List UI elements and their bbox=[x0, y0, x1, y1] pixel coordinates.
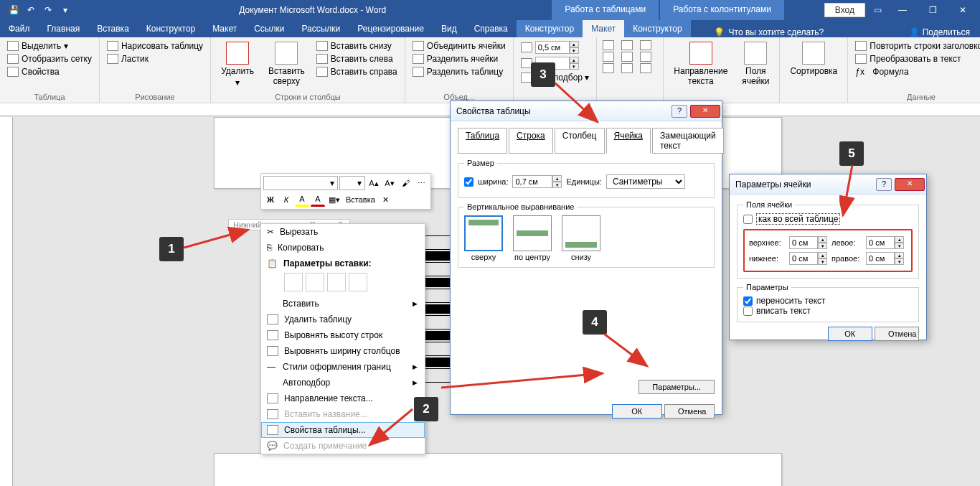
tab-home[interactable]: Главная bbox=[39, 20, 89, 37]
ctx-even-cols[interactable]: Выровнять ширину столбцов bbox=[261, 343, 425, 359]
dlg1-cancel-button[interactable]: Отмена bbox=[664, 404, 715, 419]
dlg1-tab-cell[interactable]: Ячейка bbox=[606, 128, 651, 154]
mini-more-icon[interactable]: ⋯ bbox=[414, 176, 428, 190]
mini-delete-icon[interactable]: ✕ bbox=[379, 192, 393, 207]
dlg2-wrap-check[interactable] bbox=[743, 296, 753, 306]
dlg1-tab-row[interactable]: Строка bbox=[509, 128, 553, 154]
convert-text-button[interactable]: Преобразовать в текст bbox=[854, 53, 980, 65]
ctx-table-props[interactable]: Свойства таблицы... bbox=[261, 422, 425, 438]
italic-button[interactable]: К bbox=[279, 192, 293, 207]
tab-help[interactable]: Справка bbox=[466, 20, 517, 37]
align-tl-icon[interactable] bbox=[603, 40, 614, 50]
borders-icon[interactable]: ▦▾ bbox=[326, 192, 342, 207]
dlg1-ok-button[interactable]: ОК bbox=[612, 404, 662, 419]
shrink-font-icon[interactable]: A▾ bbox=[382, 176, 397, 190]
tab-hf-design[interactable]: Конструктор bbox=[624, 20, 690, 37]
dlg2-right-input[interactable] bbox=[866, 252, 895, 265]
split-table-button[interactable]: Разделить таблицу bbox=[411, 66, 507, 78]
delete-button[interactable]: Удалить▾ bbox=[217, 40, 258, 89]
text-direction-button[interactable]: Направление текста bbox=[669, 40, 732, 88]
paste-opt-4-icon[interactable] bbox=[349, 273, 367, 291]
table-props-button[interactable]: Свойства bbox=[6, 66, 93, 78]
dlg1-help-icon[interactable]: ? bbox=[672, 105, 687, 118]
paste-opt-3-icon[interactable] bbox=[327, 273, 346, 291]
ctx-border-styles[interactable]: ―Стили оформления границ▶ bbox=[261, 359, 425, 375]
dlg1-tab-table[interactable]: Таблица bbox=[458, 128, 507, 154]
redo-icon[interactable]: ↷ bbox=[40, 2, 56, 18]
ctx-delete-table[interactable]: Удалить таблицу bbox=[261, 312, 425, 327]
dlg2-top-input[interactable] bbox=[789, 236, 818, 249]
dlg2-ok-button[interactable]: ОК bbox=[828, 327, 872, 341]
undo-icon[interactable]: ↶ bbox=[23, 2, 39, 18]
valign-center-button[interactable] bbox=[513, 215, 552, 251]
dlg2-as-table-check[interactable] bbox=[743, 215, 753, 224]
row-height-input[interactable] bbox=[535, 41, 570, 54]
dlg1-params-button[interactable]: Параметры... bbox=[639, 380, 715, 394]
valign-bottom-button[interactable] bbox=[562, 215, 600, 251]
save-icon[interactable]: 💾 bbox=[6, 2, 22, 18]
sort-button[interactable]: Сортировка bbox=[786, 40, 842, 78]
tab-review[interactable]: Рецензирование bbox=[349, 20, 433, 37]
dlg1-width-spinner[interactable]: ▴▾ bbox=[512, 175, 562, 188]
dlg2-left-input[interactable] bbox=[866, 236, 895, 249]
dlg2-bottom-input[interactable] bbox=[789, 252, 818, 265]
qat-more-icon[interactable]: ▾ bbox=[57, 2, 73, 18]
login-button[interactable]: Вход bbox=[824, 3, 865, 17]
format-painter-icon[interactable]: 🖌 bbox=[398, 176, 413, 190]
dlg2-help-icon[interactable]: ? bbox=[876, 178, 892, 191]
paste-opt-2-icon[interactable] bbox=[306, 273, 324, 291]
dlg1-units-select[interactable]: Сантиметры bbox=[606, 174, 685, 189]
align-bl-icon[interactable] bbox=[603, 63, 614, 73]
row-height-spinner[interactable]: ▴▾ bbox=[535, 41, 579, 54]
paste-opt-1-icon[interactable] bbox=[284, 273, 303, 291]
highlight-icon[interactable]: A bbox=[295, 192, 309, 207]
tab-designer[interactable]: Конструктор bbox=[138, 20, 204, 37]
insert-above-button[interactable]: Вставить сверху bbox=[264, 40, 309, 89]
tab-view[interactable]: Вид bbox=[433, 20, 466, 37]
dlg1-width-input[interactable] bbox=[512, 175, 552, 188]
tell-me[interactable]: 💡Что вы хотите сделать? bbox=[691, 27, 899, 37]
insert-left-button[interactable]: Вставить слева bbox=[315, 53, 399, 65]
tab-insert[interactable]: Вставка bbox=[88, 20, 138, 37]
dlg2-cancel-button[interactable]: Отмена bbox=[875, 327, 919, 341]
align-bc-icon[interactable] bbox=[621, 63, 633, 73]
dlg2-fit-check[interactable] bbox=[743, 307, 753, 316]
repeat-header-button[interactable]: Повторить строки заголовков bbox=[854, 40, 980, 52]
ctx-copy[interactable]: ⎘Копировать bbox=[261, 240, 425, 256]
draw-table-button[interactable]: Нарисовать таблицу bbox=[105, 40, 204, 52]
dlg1-tab-col[interactable]: Столбец bbox=[555, 128, 605, 154]
tab-file[interactable]: Файл bbox=[0, 20, 39, 37]
grow-font-icon[interactable]: A▴ bbox=[367, 176, 381, 190]
dlg2-close-icon[interactable]: ✕ bbox=[895, 178, 925, 191]
ctx-autofit[interactable]: Автоподбор▶ bbox=[261, 375, 425, 391]
insert-right-button[interactable]: Вставить справа bbox=[315, 66, 399, 78]
show-grid-button[interactable]: Отобразить сетку bbox=[6, 53, 93, 65]
ribbon-display-icon[interactable]: ▭ bbox=[870, 2, 885, 18]
close-icon[interactable]: ✕ bbox=[950, 0, 976, 20]
insert-below-button[interactable]: Вставить снизу bbox=[315, 40, 399, 52]
mini-font-select[interactable]: ▾ bbox=[263, 176, 338, 190]
ctx-text-direction[interactable]: Направление текста... bbox=[261, 391, 425, 406]
dlg1-width-check[interactable] bbox=[464, 177, 473, 187]
dlg1-close-icon[interactable]: ✕ bbox=[690, 105, 720, 118]
align-ml-icon[interactable] bbox=[603, 52, 614, 62]
font-color-icon[interactable]: A bbox=[311, 192, 325, 207]
align-tr-icon[interactable] bbox=[640, 40, 651, 50]
eraser-button[interactable]: Ластик bbox=[105, 53, 204, 65]
ctx-even-rows[interactable]: Выровнять высоту строк bbox=[261, 327, 425, 343]
tab-table-layout[interactable]: Макет bbox=[583, 20, 624, 37]
align-tc-icon[interactable] bbox=[621, 40, 633, 50]
bold-button[interactable]: Ж bbox=[263, 192, 278, 207]
tab-refs[interactable]: Ссылки bbox=[245, 20, 293, 37]
split-cells-button[interactable]: Разделить ячейки bbox=[411, 53, 507, 65]
valign-top-button[interactable] bbox=[464, 215, 503, 251]
align-mc-icon[interactable] bbox=[621, 52, 633, 62]
ctx-cut[interactable]: ✂Вырезать bbox=[261, 224, 425, 240]
merge-cells-button[interactable]: Объединить ячейки bbox=[411, 40, 507, 52]
cell-margins-button[interactable]: Поля ячейки bbox=[738, 40, 773, 88]
mini-insert-button[interactable]: Вставка bbox=[344, 192, 377, 207]
tab-mail[interactable]: Рассылки bbox=[293, 20, 349, 37]
mini-size-select[interactable]: ▾ bbox=[339, 176, 365, 190]
restore-icon[interactable]: ❐ bbox=[920, 0, 946, 20]
dlg1-tab-alt[interactable]: Замещающий текст bbox=[652, 128, 724, 154]
